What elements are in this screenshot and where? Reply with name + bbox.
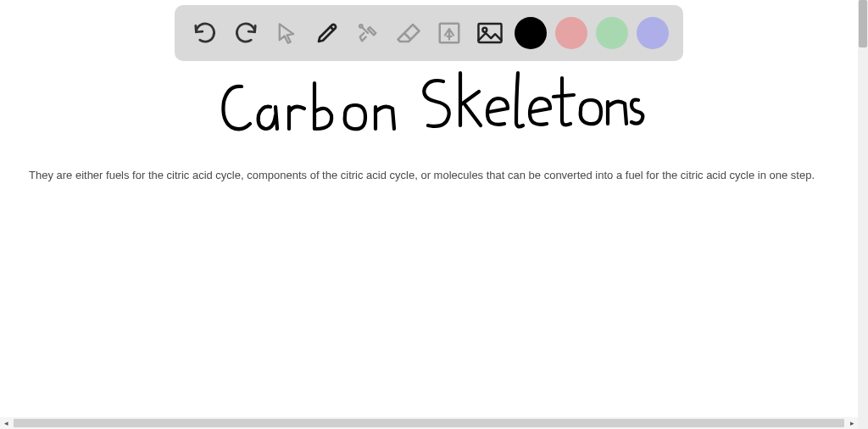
scroll-corner bbox=[858, 417, 868, 429]
hscroll-left[interactable]: ◂ bbox=[0, 417, 12, 429]
eraser-icon bbox=[396, 20, 421, 46]
body-text: They are either fuels for the citric aci… bbox=[29, 168, 829, 183]
vertical-scrollbar[interactable] bbox=[858, 0, 868, 417]
svg-line-3 bbox=[404, 33, 411, 40]
color-green[interactable] bbox=[596, 17, 628, 49]
horizontal-scrollbar[interactable]: ◂ ▸ bbox=[0, 417, 858, 429]
tools-icon bbox=[356, 21, 380, 45]
image-tool[interactable] bbox=[470, 13, 510, 53]
handwritten-title: Carbon Skeletons bbox=[213, 66, 645, 149]
svg-line-0 bbox=[331, 27, 334, 31]
text-icon bbox=[437, 20, 462, 46]
pointer-tool[interactable] bbox=[266, 13, 307, 53]
color-purple[interactable] bbox=[637, 17, 669, 49]
toolbar bbox=[175, 5, 683, 61]
undo-icon bbox=[192, 20, 218, 46]
svg-rect-6 bbox=[478, 24, 501, 42]
redo-icon bbox=[233, 20, 259, 46]
image-icon bbox=[476, 21, 504, 45]
pen-tool[interactable] bbox=[307, 13, 348, 53]
pen-icon bbox=[314, 20, 340, 46]
text-tool[interactable] bbox=[429, 13, 470, 53]
tools-button[interactable] bbox=[348, 13, 388, 53]
hscroll-right[interactable]: ▸ bbox=[846, 417, 858, 429]
svg-point-2 bbox=[359, 25, 363, 27]
color-black[interactable] bbox=[515, 17, 547, 49]
redo-button[interactable] bbox=[225, 13, 266, 53]
vertical-scroll-thumb[interactable] bbox=[859, 0, 867, 47]
eraser-tool[interactable] bbox=[388, 13, 429, 53]
hscroll-track[interactable] bbox=[14, 419, 844, 427]
canvas-viewport: Carbon Skeletons bbox=[0, 0, 858, 417]
svg-line-1 bbox=[362, 27, 368, 33]
pointer-icon bbox=[275, 21, 298, 45]
undo-button[interactable] bbox=[185, 13, 225, 53]
svg-point-7 bbox=[482, 28, 487, 32]
color-red[interactable] bbox=[555, 17, 587, 49]
